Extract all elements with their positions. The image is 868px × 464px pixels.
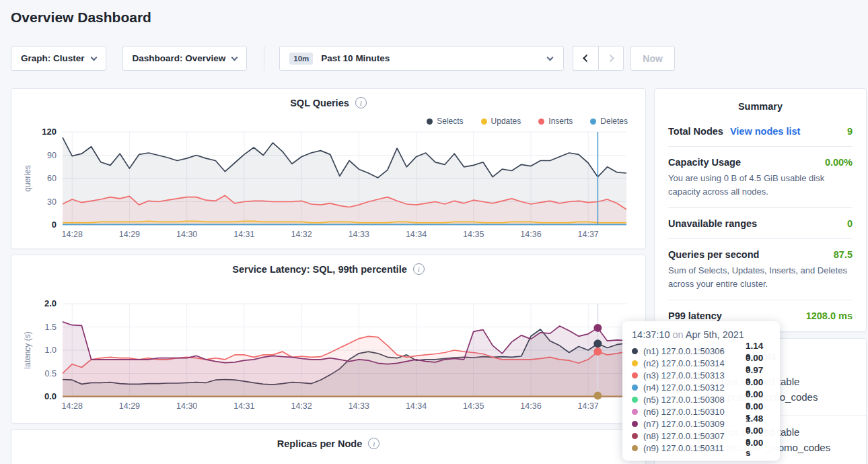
- next-time-button[interactable]: [598, 46, 624, 71]
- svg-text:14:31: 14:31: [233, 401, 254, 411]
- svg-text:14:33: 14:33: [349, 401, 369, 411]
- qps-label: Queries per second: [668, 249, 759, 260]
- svg-text:14:34: 14:34: [406, 230, 427, 239]
- qps-value: 87.5: [834, 249, 853, 260]
- svg-text:14:30: 14:30: [176, 401, 197, 411]
- svg-text:0.5: 0.5: [45, 369, 57, 378]
- graph-dropdown-label: Graph: Cluster: [21, 53, 85, 63]
- svg-text:14:28: 14:28: [62, 401, 83, 411]
- svg-text:14:35: 14:35: [463, 230, 484, 239]
- node-color-dot-icon: [632, 409, 638, 415]
- tooltip-node-rows: (n1) 127.0.0.1:503061.14 s(n2) 127.0.0.1…: [632, 345, 770, 454]
- svg-text:14:36: 14:36: [520, 401, 541, 411]
- svg-text:14:30: 14:30: [176, 230, 197, 239]
- svg-text:queries: queries: [23, 165, 32, 191]
- chart-title: Service Latency: SQL, 99th percentile: [232, 264, 407, 275]
- now-button[interactable]: Now: [630, 46, 675, 71]
- svg-text:120: 120: [42, 127, 57, 137]
- summary-row-qps: Queries per second 87.5 Sum of Selects, …: [668, 239, 853, 300]
- info-icon[interactable]: i: [368, 438, 379, 449]
- summary-row-unavailable: Unavailable ranges 0: [668, 208, 853, 239]
- svg-text:14:29: 14:29: [119, 401, 140, 411]
- svg-text:14:31: 14:31: [233, 230, 254, 239]
- node-color-dot-icon: [632, 421, 638, 427]
- svg-text:60: 60: [47, 174, 57, 183]
- svg-text:1.5: 1.5: [45, 323, 57, 332]
- svg-text:14:36: 14:36: [520, 230, 541, 239]
- tooltip-node-row: (n9) 127.0.0.1:503110.00 s: [632, 442, 770, 454]
- time-range-badge: 10m: [289, 53, 313, 65]
- chart-title: Replicas per Node: [277, 438, 363, 449]
- node-color-dot-icon: [632, 445, 638, 451]
- chevron-down-icon: [231, 54, 238, 61]
- view-nodes-list-link[interactable]: View nodes list: [730, 126, 801, 137]
- total-nodes-value: 9: [847, 126, 853, 137]
- svg-text:14:34: 14:34: [406, 401, 427, 411]
- svg-text:14:37: 14:37: [578, 230, 599, 239]
- page-title: Overview Dashboard: [11, 9, 151, 26]
- svg-text:14:33: 14:33: [349, 230, 369, 239]
- prev-time-button[interactable]: [573, 46, 598, 71]
- service-latency-card: Service Latency: SQL, 99th percentile i …: [11, 255, 646, 424]
- svg-text:30: 30: [47, 197, 57, 207]
- chart-hover-tooltip: 14:37:10 on Apr 5th, 2021 (n1) 127.0.0.1…: [622, 321, 780, 461]
- controls-divider: [264, 46, 264, 71]
- service-latency-header: Service Latency: SQL, 99th percentile i: [11, 263, 645, 275]
- qps-desc: Sum of Selects, Updates, Inserts, and De…: [668, 264, 853, 290]
- chevron-down-icon: [547, 54, 554, 61]
- dashboard-dropdown-label: Dashboard: Overview: [133, 53, 226, 63]
- node-color-dot-icon: [632, 348, 638, 354]
- summary-row-capacity: Capacity Usage 0.00% You are using 0 B o…: [668, 147, 853, 208]
- controls-row: Graph: Cluster Dashboard: Overview 10m P…: [11, 46, 675, 71]
- total-nodes-label: Total Nodes: [668, 126, 723, 137]
- summary-heading: Summary: [655, 89, 866, 116]
- time-range-label: Past 10 Minutes: [321, 53, 390, 63]
- svg-text:14:35: 14:35: [463, 401, 484, 411]
- summary-body: Total Nodes View nodes list 9 Capacity U…: [655, 116, 866, 331]
- chevron-left-icon: [583, 54, 591, 63]
- service-latency-chart[interactable]: 0.00.51.01.52.014:2814:2914:3014:3114:32…: [21, 296, 636, 416]
- replicas-header: Replicas per Node i: [11, 438, 645, 449]
- replicas-per-node-card: Replicas per Node i: [11, 429, 646, 464]
- info-icon[interactable]: i: [355, 97, 367, 108]
- unavailable-ranges-value: 0: [847, 218, 853, 229]
- node-color-dot-icon: [632, 360, 638, 366]
- overview-dashboard-page: Overview Dashboard Graph: Cluster Dashbo…: [0, 0, 868, 464]
- sql-queries-header: SQL Queries i: [11, 97, 645, 108]
- node-color-dot-icon: [632, 397, 638, 403]
- svg-text:2.0: 2.0: [44, 298, 57, 308]
- svg-text:14:29: 14:29: [119, 230, 140, 239]
- svg-text:14:37: 14:37: [578, 401, 599, 411]
- summary-row-total-nodes: Total Nodes View nodes list 9: [668, 116, 853, 147]
- svg-text:1.0: 1.0: [45, 345, 57, 355]
- p99-latency-value: 1208.0 ms: [806, 310, 853, 321]
- sql-queries-chart[interactable]: 030609012014:2814:2914:3014:3114:3214:33…: [21, 124, 636, 244]
- svg-text:14:32: 14:32: [291, 230, 312, 239]
- svg-text:latency (s): latency (s): [23, 331, 32, 368]
- svg-text:14:32: 14:32: [291, 401, 312, 411]
- svg-text:90: 90: [47, 151, 57, 160]
- node-color-dot-icon: [632, 372, 638, 378]
- info-icon[interactable]: i: [413, 263, 425, 275]
- chevron-right-icon: [606, 54, 614, 63]
- chevron-down-icon: [90, 54, 97, 61]
- tooltip-timestamp: 14:37:10 on Apr 5th, 2021: [632, 329, 770, 340]
- svg-text:0: 0: [52, 220, 57, 230]
- summary-panel: Summary Total Nodes View nodes list 9 Ca…: [654, 88, 867, 332]
- svg-text:14:28: 14:28: [62, 230, 83, 239]
- dashboard-dropdown[interactable]: Dashboard: Overview: [122, 46, 248, 71]
- node-color-dot-icon: [632, 433, 638, 439]
- graph-dropdown[interactable]: Graph: Cluster: [11, 46, 106, 71]
- chart-title: SQL Queries: [290, 98, 349, 108]
- p99-latency-label: P99 latency: [668, 310, 722, 321]
- time-pager: [573, 46, 624, 71]
- time-range-picker[interactable]: 10m Past 10 Minutes: [279, 46, 564, 71]
- unavailable-ranges-label: Unavailable ranges: [668, 218, 757, 229]
- capacity-desc: You are using 0 B of 4.5 GiB usable disk…: [668, 172, 853, 198]
- capacity-label: Capacity Usage: [668, 157, 741, 168]
- node-color-dot-icon: [632, 385, 638, 391]
- sql-queries-card: SQL Queries i SelectsUpdatesInsertsDelet…: [11, 88, 646, 249]
- svg-text:0.0: 0.0: [44, 391, 57, 401]
- capacity-value: 0.00%: [825, 157, 853, 168]
